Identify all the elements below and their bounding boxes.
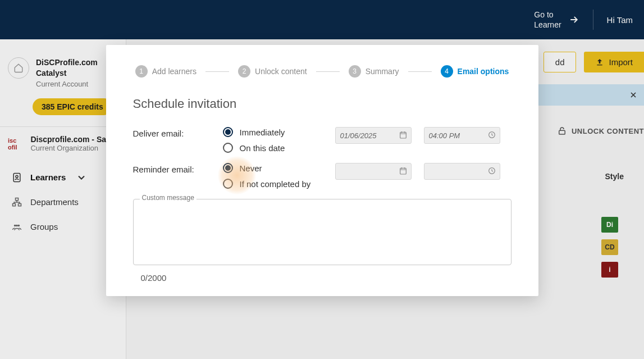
picker-value: 01/06/2025 xyxy=(340,131,377,140)
deliver-label: Deliver email: xyxy=(133,127,206,138)
step-label: Summary xyxy=(366,67,399,76)
step-number: 4 xyxy=(441,65,453,78)
step-label: Add learners xyxy=(152,67,197,76)
step-email-options[interactable]: 4 Email options xyxy=(441,65,509,78)
reminder-date-picker[interactable] xyxy=(335,163,412,180)
radio-label: On this date xyxy=(240,143,285,153)
clock-icon xyxy=(487,166,496,175)
step-number: 3 xyxy=(349,65,361,78)
step-label: Unlock content xyxy=(255,67,307,76)
step-connector xyxy=(205,71,229,72)
custom-message-box: Custom message xyxy=(133,199,511,267)
clock-icon xyxy=(487,130,496,139)
step-unlock-content[interactable]: 2 Unlock content xyxy=(238,65,307,78)
step-summary[interactable]: 3 Summary xyxy=(349,65,399,78)
radio-on-this-date[interactable]: On this date xyxy=(223,143,318,153)
radio-icon xyxy=(223,127,233,137)
modal-overlay[interactable]: 1 Add learners 2 Unlock content 3 Summar… xyxy=(0,0,644,359)
step-connector xyxy=(408,71,432,72)
step-connector xyxy=(316,71,340,72)
radio-icon xyxy=(223,163,233,173)
picker-value: 04:00 PM xyxy=(429,131,460,140)
calendar-icon xyxy=(399,130,408,139)
reminder-label: Reminder email: xyxy=(133,163,206,174)
modal-title: Schedule invitation xyxy=(133,97,511,111)
char-count: 0/2000 xyxy=(133,273,511,283)
stepper: 1 Add learners 2 Unlock content 3 Summar… xyxy=(133,65,511,78)
step-number: 2 xyxy=(238,65,250,78)
reminder-time-picker[interactable] xyxy=(424,163,500,180)
step-add-learners[interactable]: 1 Add learners xyxy=(135,65,197,78)
svg-rect-11 xyxy=(400,168,406,174)
radio-label: Immediately xyxy=(240,128,285,137)
deliver-time-picker[interactable]: 04:00 PM xyxy=(424,127,500,144)
reminder-row: Reminder email: Never If not completed b… xyxy=(133,163,511,189)
custom-message-label: Custom message xyxy=(140,194,197,202)
deliver-date-picker[interactable]: 01/06/2025 xyxy=(335,127,412,144)
email-options-modal: 1 Add learners 2 Unlock content 3 Summar… xyxy=(106,45,538,296)
step-label: Email options xyxy=(458,67,509,76)
radio-immediately[interactable]: Immediately xyxy=(223,127,318,137)
calendar-icon xyxy=(399,166,408,175)
svg-rect-9 xyxy=(400,132,406,138)
radio-label: Never xyxy=(240,163,262,173)
custom-message-textarea[interactable] xyxy=(133,199,511,265)
radio-never[interactable]: Never xyxy=(223,163,318,173)
radio-icon xyxy=(223,143,233,153)
deliver-row: Deliver email: Immediately On this date … xyxy=(133,127,511,153)
radio-icon xyxy=(223,179,233,189)
step-number: 1 xyxy=(135,65,148,78)
radio-if-not-completed[interactable]: If not completed by xyxy=(223,179,318,189)
radio-label: If not completed by xyxy=(240,179,311,189)
